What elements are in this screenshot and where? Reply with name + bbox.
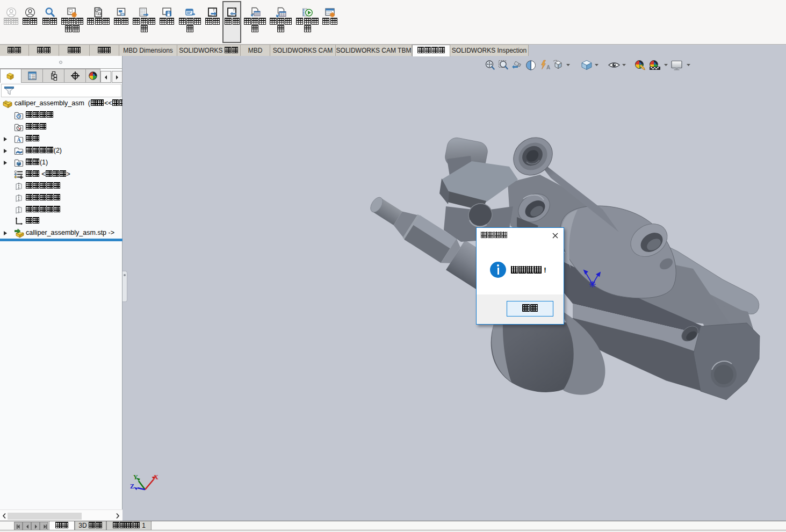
svg-text:Y: Y — [133, 473, 138, 481]
svg-text:A: A — [17, 137, 21, 143]
svg-text:X: X — [154, 473, 158, 481]
svg-text:A: A — [546, 64, 550, 70]
svg-text:Z: Z — [130, 483, 134, 490]
